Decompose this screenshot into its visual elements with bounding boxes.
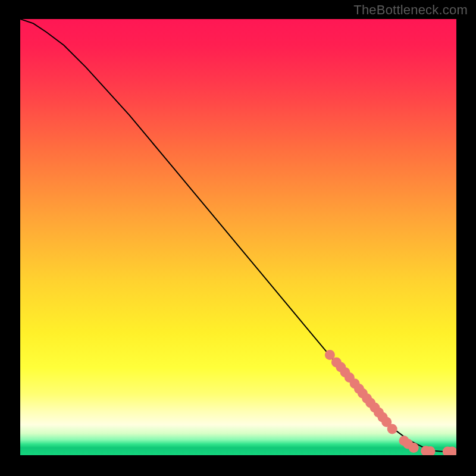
curve-layer [20,19,456,455]
marker-group [325,350,456,455]
watermark-text: TheBottleneck.com [353,2,468,18]
plot-area [20,19,456,455]
data-marker [409,443,419,453]
bottleneck-curve [20,19,456,452]
chart-frame: TheBottleneck.com [0,0,476,476]
data-marker [387,424,397,434]
